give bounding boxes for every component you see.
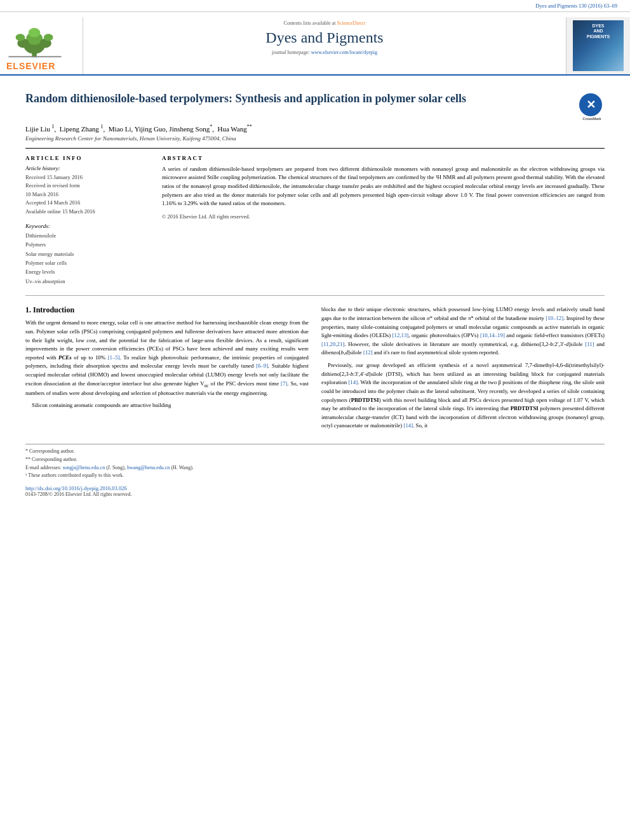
sciencedirect-link[interactable]: ScienceDirect [337,20,366,26]
footnote-section: * Corresponding author. ** Corresponding… [25,444,605,480]
journal-header: ELSEVIER Contents lists available at Sci… [0,12,630,76]
homepage-link[interactable]: www.elsevier.com/locate/dyepig [311,50,377,55]
available-date: Available online 15 March 2016 [25,208,152,217]
abstract-header: ABSTRACT [162,155,605,161]
section-number: 1. [25,305,31,314]
keyword-1: Dithienosilole [25,231,152,240]
email-name-1: (J. Song), [106,465,126,470]
history-title: Article history: [25,165,152,171]
email-link-1[interactable]: songjs@henu.edu.cn [63,465,105,470]
ref-12[interactable]: [12] [363,349,373,356]
intro-right-text: blocks due to their unique electronic st… [321,305,605,430]
accepted-date: Accepted 14 March 2016 [25,199,152,208]
ref-14[interactable]: [14] [348,379,358,385]
footnote-note1: ¹ These authors contributed equally to t… [25,472,605,480]
svg-point-6 [16,34,25,41]
keyword-2: Polymers [25,240,152,249]
received-revised-label: Received in revised form [25,182,152,190]
intro-right-para-1: blocks due to their unique electronic st… [321,305,605,357]
crossmark-icon: ✕ [579,93,602,116]
article-history: Article history: Received 15 January 201… [25,165,152,217]
article-title: Random dithienosilole-based terpolymers:… [25,91,570,106]
svg-point-3 [29,28,40,37]
intro-para-2: Silicon containing aromatic compounds ar… [25,401,309,410]
ref-7[interactable]: [7] [281,380,287,387]
intro-para-1: With the urgent demand to more energy, s… [25,319,309,397]
journal-name-section: Contents lists available at ScienceDirec… [83,17,566,74]
intro-right-para-2: Previously, our group developed an effic… [321,361,605,430]
ref-1-5[interactable]: [1–5] [108,354,120,361]
sciencedirect-prefix: Contents lists available at [284,20,337,26]
ref-12-13[interactable]: [12,13] [392,332,409,338]
received-date: Received 15 January 2016 [25,173,152,182]
intro-left-text: With the urgent demand to more energy, s… [25,319,309,410]
journal-cover-section: DYES AND PIGMENTS [566,17,630,74]
cover-line1: DYES [587,23,610,29]
body-left-column: 1. Introduction With the urgent demand t… [25,305,309,434]
author-sup-2: 1 [101,124,104,130]
corresponding-mark-1: * [210,124,212,130]
article-info-column: ARTICLE INFO Article history: Received 1… [25,155,152,286]
journal-reference-bar: Dyes and Pigments 130 (2016) 63–69 [0,0,630,12]
svg-rect-8 [8,56,61,57]
issn-line: 0143-7208/© 2016 Elsevier Ltd. All right… [25,491,605,497]
introduction-heading: 1. Introduction [25,305,309,315]
footnote-corresponding-1: * Corresponding author. [25,448,605,456]
sciencedirect-line: Contents lists available at ScienceDirec… [96,20,553,26]
journal-homepage-line: journal homepage: www.elsevier.com/locat… [96,50,553,55]
keywords-title: Keywords: [25,223,152,229]
ref-6-9[interactable]: [6–9] [256,363,268,369]
crossmark-label: CrossMark [579,117,605,121]
email-label: E-mail addresses: [25,465,62,470]
doi-link[interactable]: http://dx.doi.org/10.1016/j.dyepig.2016.… [25,485,605,491]
cover-title-text: DYES AND PIGMENTS [587,23,610,39]
authors-line: Lijie Liu 1, Lipeng Zhang 1, Miao Li, Yi… [25,124,605,133]
svg-point-7 [44,34,53,41]
received-revised-date: 10 March 2016 [25,190,152,199]
section-divider [25,295,605,296]
ref-10-12[interactable]: [10–12] [546,315,563,321]
section-title: Introduction [33,305,74,314]
corresponding-mark-2: ** [247,124,252,130]
article-info-header: ARTICLE INFO [25,155,152,161]
journal-reference-text: Dyes and Pigments 130 (2016) 63–69 [535,3,617,9]
keyword-5: Energy levels [25,267,152,276]
copyright-line: © 2016 Elsevier Ltd. All rights reserved… [162,213,605,220]
cover-line3: PIGMENTS [587,34,610,39]
keyword-3: Solar energy materials [25,250,152,258]
email-name-2: (H. Wang). [171,465,193,470]
body-right-column: blocks due to their unique electronic st… [321,305,605,434]
article-info-abstract-section: ARTICLE INFO Article history: Received 1… [25,148,605,286]
elsevier-tree-icon [6,21,64,59]
ref-11-20-21[interactable]: [11,20,21] [321,341,344,347]
ref-11[interactable]: [11] [585,341,594,347]
keyword-6: Uv–vis absorption [25,277,152,286]
ref-14-b[interactable]: [14] [403,422,413,429]
ref-10-14-19[interactable]: [10,14–19] [480,332,505,338]
email-link-2[interactable]: hwang@henu.edu.cn [127,465,170,470]
homepage-prefix: journal homepage: [272,50,311,55]
elsevier-logo-section: ELSEVIER [0,17,83,74]
abstract-body: A series of random dithienosilole-based … [162,166,605,207]
abstract-column: ABSTRACT A series of random dithienosilo… [162,155,605,286]
footnote-corresponding-2: ** Corresponding author. [25,456,605,464]
affiliation-line: Engineering Research Center for Nanomate… [25,135,605,142]
journal-title: Dyes and Pigments [96,29,553,46]
cover-line2: AND [587,29,610,34]
keywords-section: Keywords: Dithienosilole Polymers Solar … [25,223,152,286]
elsevier-logo: ELSEVIER [6,21,64,71]
footnote-emails: E-mail addresses: songjs@henu.edu.cn (J.… [25,464,605,472]
article-title-section: Random dithienosilole-based terpolymers:… [25,85,605,119]
elsevier-wordmark: ELSEVIER [6,61,55,71]
keyword-4: Polymer solar cells [25,258,152,267]
abstract-text: A series of random dithienosilole-based … [162,165,605,208]
article-content: Random dithienosilole-based terpolymers:… [0,76,630,507]
pce-italic: PCEs [58,354,72,361]
author-sup-1: 1 [52,124,55,130]
journal-cover-image: DYES AND PIGMENTS [573,20,624,71]
crossmark-badge[interactable]: ✕ CrossMark [579,93,605,119]
body-columns: 1. Introduction With the urgent demand t… [25,305,605,434]
